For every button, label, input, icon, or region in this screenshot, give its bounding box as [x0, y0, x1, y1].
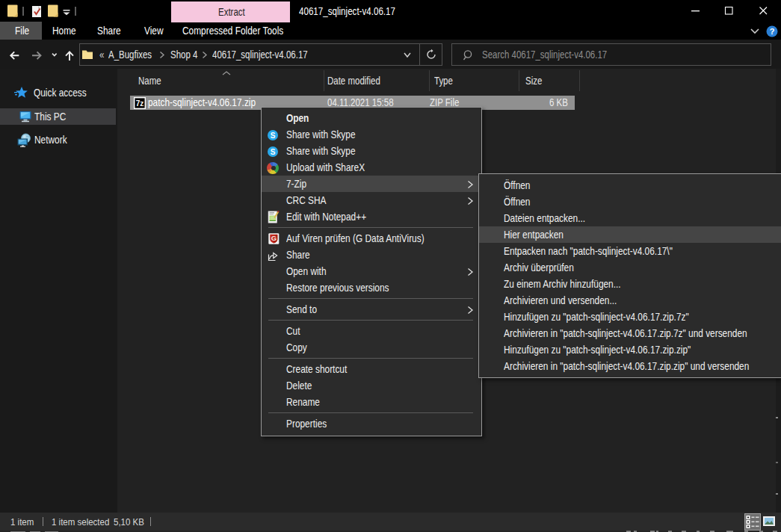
svg-text:G: G — [271, 234, 277, 242]
svg-text:?: ? — [770, 27, 775, 36]
svg-text:S: S — [271, 148, 276, 156]
svg-text:S: S — [271, 132, 276, 140]
svg-text:7z: 7z — [136, 99, 144, 108]
